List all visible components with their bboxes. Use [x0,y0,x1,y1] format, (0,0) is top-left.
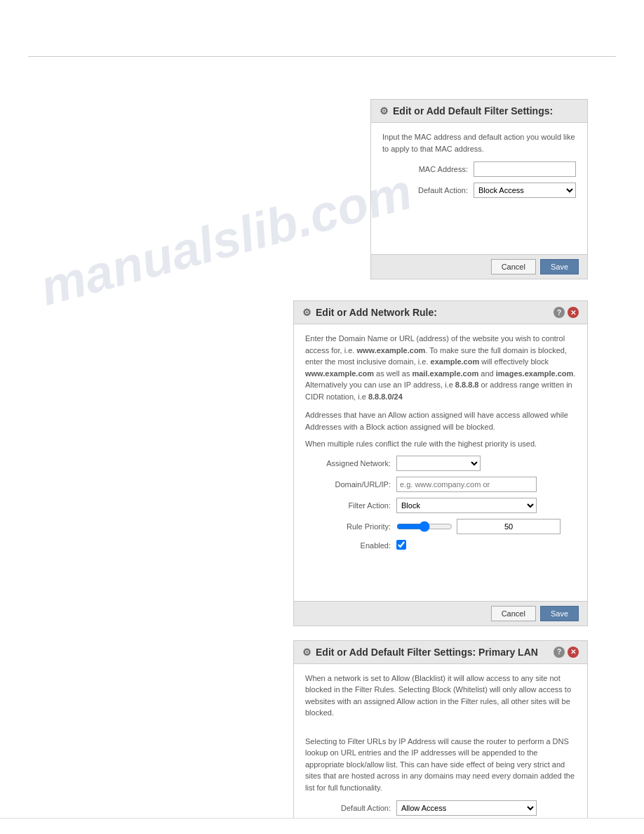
panel-network-rule: Edit or Add Network Rule: ? ✕ Enter the … [293,300,588,626]
gear-icon-3 [302,647,311,658]
panel1-cancel-button[interactable]: Cancel [491,259,536,274]
default-action-select[interactable]: Block Access Allow Access [474,183,576,198]
page-footer: cradlepoint [0,818,644,834]
panel1-title: Edit or Add Default Filter Settings: [380,105,553,117]
filter-action-select[interactable]: Block Allow [396,498,537,513]
panel-default-filter-settings: Edit or Add Default Filter Settings: Inp… [370,99,588,279]
panel3-description1: When a network is set to Allow (Blacklis… [305,673,576,719]
domain-url-ip-row: Domain/URL/IP: [305,477,576,492]
help-icon[interactable]: ? [554,307,565,318]
panel1-footer: Cancel Save [371,254,587,279]
filter-action-label: Filter Action: [305,501,396,510]
gear-icon [380,105,389,117]
panel3-header: Edit or Add Default Filter Settings: Pri… [294,641,587,664]
enabled-label: Enabled: [305,541,396,550]
panel3-icons: ? ✕ [554,647,579,658]
close-icon-3[interactable]: ✕ [568,647,579,658]
panel2-note2: When multiple rules conflict the rule wi… [305,438,576,450]
panel-primary-lan: Edit or Add Default Filter Settings: Pri… [293,640,588,835]
assigned-network-row: Assigned Network: [305,456,576,471]
enabled-checkbox[interactable] [396,540,406,550]
close-icon[interactable]: ✕ [568,307,579,318]
panel1-description: Input the MAC address and default action… [382,131,576,154]
top-divider [28,56,616,57]
help-icon-3[interactable]: ? [554,647,565,658]
default-action-row: Default Action: Block Access Allow Acces… [382,183,576,198]
enabled-row: Enabled: [305,540,576,552]
panel3-body: When a network is set to Allow (Blacklis… [294,664,587,835]
assigned-network-control [396,456,481,471]
filter-action-row: Filter Action: Block Allow [305,498,576,513]
rule-priority-slider[interactable] [396,521,452,532]
mac-address-control [474,161,576,177]
panel2-icons: ? ✕ [554,307,579,318]
panel3-title: Edit or Add Default Filter Settings: Pri… [302,647,538,658]
panel1-body: Input the MAC address and default action… [371,123,587,254]
panel2-description: Enter the Domain Name or URL (address) o… [305,333,576,402]
panel3-default-action-label: Default Action: [305,804,396,812]
panel3-default-action-control: Allow Access Block Access [396,800,537,816]
rule-priority-row: Rule Priority: [305,519,576,534]
panel2-body: Enter the Domain Name or URL (address) o… [294,324,587,601]
panel2-header: Edit or Add Network Rule: ? ✕ [294,301,587,324]
domain-url-ip-label: Domain/URL/IP: [305,480,396,489]
domain-url-ip-input[interactable] [396,477,537,492]
mac-address-input[interactable] [474,161,576,177]
panel2-save-button[interactable]: Save [540,606,579,621]
default-action-control: Block Access Allow Access [474,183,576,198]
filter-action-control: Block Allow [396,498,537,513]
enabled-control [396,540,537,552]
assigned-network-label: Assigned Network: [305,459,396,468]
panel2-footer: Cancel Save [294,601,587,626]
rule-priority-value[interactable] [457,519,561,534]
gear-icon-2 [302,307,311,318]
panel3-description2: Selecting to Filter URLs by IP Address w… [305,736,576,794]
panel3-default-action-select[interactable]: Allow Access Block Access [396,800,537,816]
panel2-note1: Addresses that have an Allow action assi… [305,409,576,432]
mac-address-row: MAC Address: [382,161,576,177]
panel1-header: Edit or Add Default Filter Settings: [371,100,587,123]
assigned-network-select[interactable] [396,456,481,471]
panel2-cancel-button[interactable]: Cancel [491,606,536,621]
panel2-title: Edit or Add Network Rule: [302,307,437,318]
panel3-default-action-row: Default Action: Allow Access Block Acces… [305,800,576,816]
rule-priority-control [396,519,561,534]
panel1-save-button[interactable]: Save [540,259,579,274]
default-action-label: Default Action: [382,186,474,194]
mac-address-label: MAC Address: [382,165,474,173]
domain-url-ip-control [396,477,537,492]
rule-priority-label: Rule Priority: [305,522,396,531]
